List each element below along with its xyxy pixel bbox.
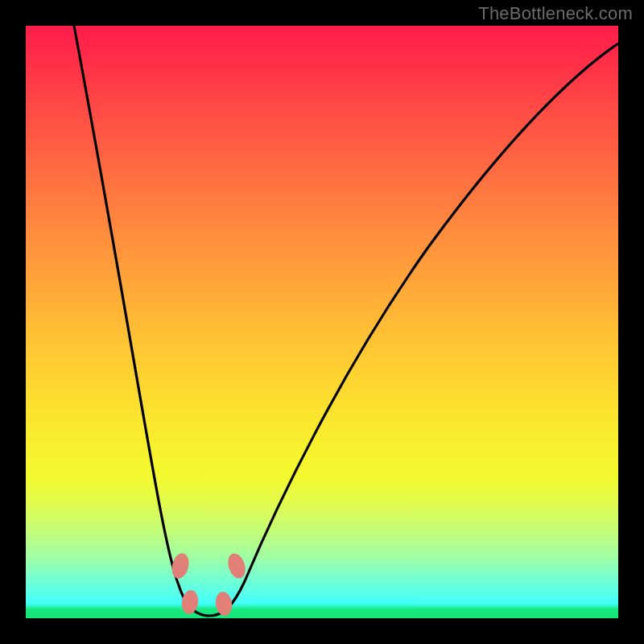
ref-point (214, 591, 233, 617)
curve-layer (26, 26, 618, 618)
bottleneck-curve (74, 26, 618, 616)
plot-area (26, 26, 618, 618)
watermark-text: TheBottleneck.com (478, 3, 633, 24)
ref-point (169, 551, 191, 580)
chart-frame: TheBottleneck.com (0, 0, 644, 644)
reference-markers (169, 551, 248, 617)
ref-point (225, 551, 249, 581)
